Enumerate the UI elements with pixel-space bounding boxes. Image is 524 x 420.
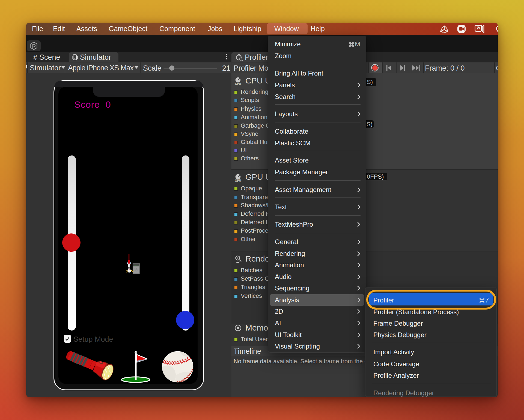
svg-text:CPU: CPU bbox=[235, 82, 241, 85]
svg-text:GPU: GPU bbox=[235, 179, 241, 182]
